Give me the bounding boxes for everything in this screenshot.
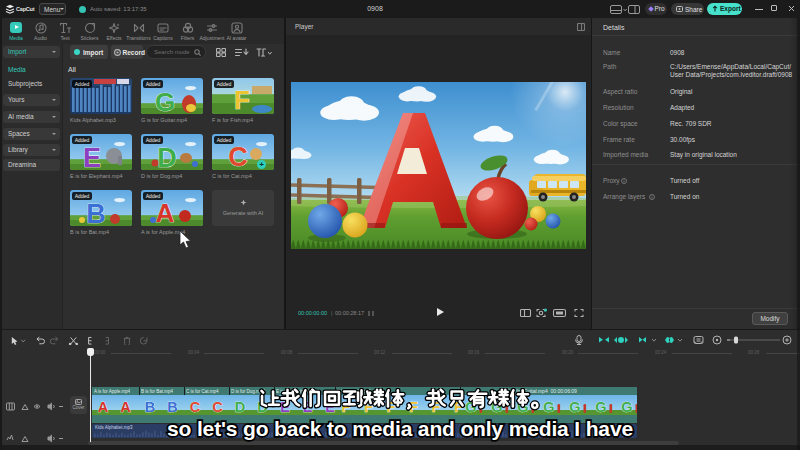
svg-text:G: G (155, 87, 175, 114)
svg-text:A: A (156, 198, 175, 226)
svg-text:F: F (234, 85, 250, 114)
svg-text:C: C (228, 142, 248, 170)
svg-text:E: E (83, 143, 101, 170)
svg-text:B: B (86, 199, 106, 226)
svg-text:D: D (157, 143, 177, 170)
